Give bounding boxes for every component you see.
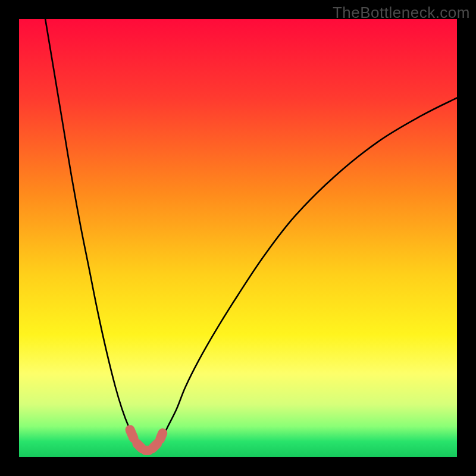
valley-marker bbox=[152, 444, 157, 449]
valley-marker bbox=[130, 430, 133, 438]
chart-svg bbox=[19, 19, 457, 457]
watermark-text: TheBottleneck.com bbox=[333, 4, 470, 22]
chart-plot-area bbox=[19, 19, 457, 457]
chart-background-gradient bbox=[19, 19, 457, 457]
valley-marker bbox=[137, 444, 142, 449]
chart-frame: TheBottleneck.com bbox=[0, 0, 476, 476]
valley-marker bbox=[160, 433, 162, 439]
